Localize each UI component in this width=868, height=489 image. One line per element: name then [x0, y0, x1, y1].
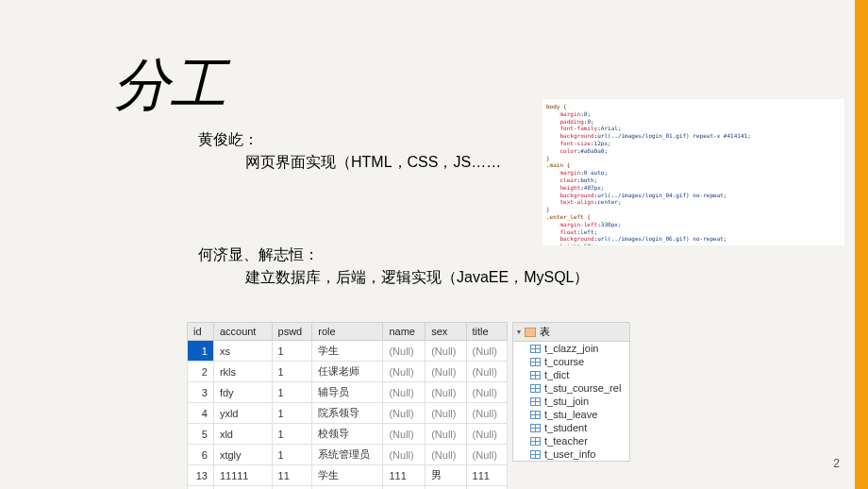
table-icon: [530, 437, 541, 446]
cell: 任课老师: [312, 486, 383, 490]
cell: (Null): [383, 445, 426, 465]
cell: 男: [426, 465, 466, 486]
cell: yxld: [213, 403, 272, 424]
database-table: idaccountpswdrolenamesextitle 1xs1学生(Nul…: [187, 322, 508, 489]
cell: xld: [213, 424, 272, 445]
column-header: account: [213, 323, 272, 341]
table-row: 5xld1校领导(Null)(Null)(Null): [188, 424, 508, 445]
slide-title: 分工: [113, 47, 226, 124]
tree-root: ▾ 表: [513, 323, 629, 342]
column-header: title: [466, 323, 507, 341]
cell: 222: [466, 486, 507, 490]
member1-task: 网页界面实现（HTML，CSS，JS……: [245, 153, 501, 173]
tree-item: t_dict: [513, 368, 629, 381]
cell: (Null): [466, 424, 507, 445]
tree-item-label: t_course: [544, 356, 584, 367]
member1-name: 黄俊屹：: [198, 130, 259, 150]
cell: 15: [188, 486, 214, 490]
table-row: 3fdy1辅导员(Null)(Null)(Null): [188, 382, 508, 403]
table-row: 4yxld1院系领导(Null)(Null)(Null): [188, 403, 508, 424]
tree-item-label: t_stu_course_rel: [544, 382, 621, 394]
cell: (Null): [466, 445, 507, 465]
tree-item-label: t_student: [544, 422, 587, 433]
css-code-illustration: body { margin:0; padding:0; font-family:…: [542, 99, 844, 245]
cell: 2: [188, 362, 214, 382]
table-icon: [530, 345, 541, 353]
cell: 学生: [312, 341, 383, 362]
cell: 男: [426, 486, 466, 490]
tree-item-label: t_stu_join: [544, 396, 589, 407]
table-icon: [530, 384, 541, 393]
cell: 111: [383, 465, 426, 486]
cell: 1: [272, 403, 312, 424]
cell: (Null): [426, 403, 466, 424]
tree-item: t_stu_leave: [513, 408, 629, 421]
cell: xs: [213, 341, 272, 362]
table-row: 1xs1学生(Null)(Null)(Null): [188, 341, 508, 362]
cell: 13: [188, 465, 214, 486]
folder-icon: [525, 328, 536, 337]
table-icon: [530, 371, 541, 379]
column-header: sex: [426, 323, 466, 341]
page-number: 2: [833, 457, 840, 470]
cell: (Null): [383, 341, 426, 362]
cell: 1: [272, 445, 312, 465]
column-header: name: [383, 323, 426, 341]
accent-bar: [855, 0, 868, 489]
cell: 任课老师: [312, 362, 383, 382]
tree-item: t_course: [513, 355, 629, 368]
table-row: 131111111学生111男111: [188, 465, 508, 486]
table-tree-panel: ▾ 表 t_clazz_joint_courset_dictt_stu_cour…: [512, 322, 630, 462]
cell: (Null): [466, 341, 507, 362]
cell: 4: [188, 403, 214, 424]
table-row: 152222222222任课老师222男222: [188, 486, 508, 490]
cell: (Null): [426, 424, 466, 445]
tree-item-label: t_user_info: [544, 448, 595, 460]
table-row: 6xtgly1系统管理员(Null)(Null)(Null): [188, 445, 508, 465]
cell: 222: [272, 486, 312, 490]
cell: 辅导员: [312, 382, 383, 403]
column-header: pswd: [272, 323, 312, 341]
cell: (Null): [426, 382, 466, 403]
cell: 校领导: [312, 424, 383, 445]
tree-item: t_stu_course_rel: [513, 381, 629, 395]
column-header: id: [188, 323, 214, 341]
cell: 院系领导: [312, 403, 383, 424]
cell: (Null): [466, 403, 507, 424]
cell: (Null): [466, 362, 507, 382]
table-icon: [530, 358, 541, 366]
cell: 系统管理员: [312, 445, 383, 465]
table-row: 2rkls1任课老师(Null)(Null)(Null): [188, 362, 508, 382]
tree-item: t_teacher: [513, 434, 629, 447]
tree-item: t_clazz_join: [513, 342, 629, 355]
cell: 5: [188, 424, 214, 445]
table-icon: [530, 450, 541, 459]
tree-item: t_user_info: [513, 447, 629, 461]
cell: 11111: [213, 465, 272, 486]
cell: (Null): [426, 341, 466, 362]
tree-root-label: 表: [540, 325, 550, 339]
tree-item-label: t_teacher: [544, 435, 588, 447]
cell: (Null): [426, 362, 466, 382]
table-icon: [530, 424, 541, 432]
cell: 111: [466, 465, 507, 486]
tree-item: t_stu_join: [513, 395, 629, 408]
chevron-down-icon: ▾: [517, 328, 521, 336]
tree-item-label: t_dict: [544, 369, 569, 380]
tree-item: t_student: [513, 421, 629, 434]
cell: (Null): [383, 382, 426, 403]
cell: (Null): [426, 445, 466, 465]
cell: 6: [188, 445, 214, 465]
tree-item-label: t_clazz_join: [544, 343, 598, 354]
cell: 1: [188, 341, 214, 362]
cell: (Null): [383, 403, 426, 424]
cell: 1: [272, 424, 312, 445]
member2-task: 建立数据库，后端，逻辑实现（JavaEE，MySQL）: [245, 268, 589, 288]
table-icon: [530, 397, 541, 406]
cell: (Null): [383, 362, 426, 382]
cell: xtgly: [213, 445, 272, 465]
cell: 学生: [312, 465, 383, 486]
cell: (Null): [383, 424, 426, 445]
cell: 222: [383, 486, 426, 490]
table-icon: [530, 411, 541, 419]
